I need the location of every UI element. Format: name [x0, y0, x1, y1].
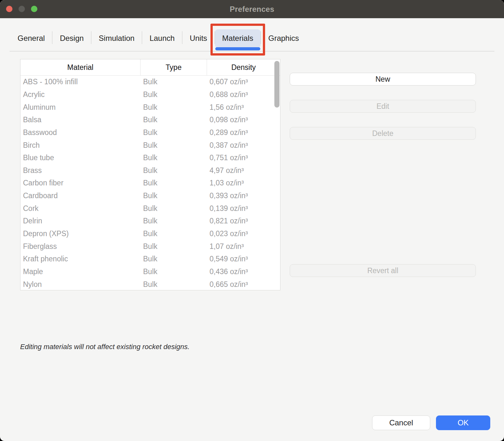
- tab-bar: GeneralDesignSimulationLaunchUnitsMateri…: [10, 29, 306, 47]
- type-cell: Bulk: [141, 229, 207, 238]
- type-cell: Bulk: [141, 267, 207, 276]
- material-cell: Balsa: [20, 116, 141, 124]
- type-cell: Bulk: [141, 255, 207, 263]
- material-cell: Blue tube: [20, 153, 141, 162]
- table-row[interactable]: Carbon fiberBulk1,03 oz/in³: [20, 177, 280, 190]
- type-cell: Bulk: [141, 128, 207, 137]
- material-cell: Basswood: [20, 128, 141, 137]
- density-cell: 0,665 oz/in³: [207, 280, 280, 289]
- type-cell: Bulk: [141, 204, 207, 213]
- column-header-type[interactable]: Type: [141, 59, 207, 75]
- table-row[interactable]: MapleBulk0,436 oz/in³: [20, 265, 280, 278]
- tab-graphics[interactable]: Graphics: [261, 29, 306, 47]
- type-cell: Bulk: [141, 78, 207, 86]
- material-cell: Maple: [20, 267, 141, 276]
- material-cell: Delrin: [20, 217, 141, 225]
- revert-all-button[interactable]: Revert all: [290, 264, 476, 277]
- table-row[interactable]: AcrylicBulk0,688 oz/in³: [20, 88, 280, 101]
- tab-bar-divider: [10, 51, 494, 51]
- material-cell: Kraft phenolic: [20, 255, 141, 263]
- selected-tab-underline: [215, 47, 260, 50]
- table-row[interactable]: BasswoodBulk0,289 oz/in³: [20, 126, 280, 139]
- density-cell: 0,098 oz/in³: [207, 116, 280, 124]
- type-cell: Bulk: [141, 191, 207, 200]
- density-cell: 0,023 oz/in³: [207, 229, 280, 238]
- density-cell: 0,387 oz/in³: [207, 141, 280, 150]
- tab-simulation[interactable]: Simulation: [91, 29, 142, 47]
- table-row[interactable]: FiberglassBulk1,07 oz/in³: [20, 240, 280, 253]
- density-cell: 1,56 oz/in³: [207, 103, 280, 112]
- delete-button[interactable]: Delete: [290, 127, 476, 140]
- table-header-row: Material Type Density: [20, 59, 280, 76]
- new-button[interactable]: New: [290, 73, 476, 86]
- density-cell: 0,549 oz/in³: [207, 255, 280, 263]
- type-cell: Bulk: [141, 103, 207, 112]
- title-bar[interactable]: Preferences: [0, 0, 504, 18]
- close-button-icon[interactable]: [6, 6, 12, 12]
- table-row[interactable]: NylonBulk0,665 oz/in³: [20, 278, 280, 290]
- table-row[interactable]: Blue tubeBulk0,751 oz/in³: [20, 152, 280, 164]
- material-cell: Nylon: [20, 280, 141, 289]
- tab-launch[interactable]: Launch: [142, 29, 182, 47]
- minimize-button-icon[interactable]: [19, 6, 25, 12]
- type-cell: Bulk: [141, 179, 207, 187]
- density-cell: 0,436 oz/in³: [207, 267, 280, 276]
- scrollbar-thumb[interactable]: [274, 61, 279, 108]
- tab-materials[interactable]: Materials: [215, 29, 261, 47]
- column-header-material[interactable]: Material: [20, 59, 141, 75]
- material-cell: Brass: [20, 166, 141, 175]
- density-cell: 0,607 oz/in³: [207, 78, 280, 86]
- column-header-density[interactable]: Density: [207, 59, 280, 75]
- density-cell: 1,07 oz/in³: [207, 242, 280, 251]
- type-cell: Bulk: [141, 242, 207, 251]
- density-cell: 0,751 oz/in³: [207, 153, 280, 162]
- table-row[interactable]: Depron (XPS)Bulk0,023 oz/in³: [20, 228, 280, 240]
- ok-button[interactable]: OK: [436, 415, 490, 430]
- tab-design[interactable]: Design: [52, 29, 91, 47]
- type-cell: Bulk: [141, 280, 207, 289]
- type-cell: Bulk: [141, 116, 207, 124]
- material-cell: Cardboard: [20, 191, 141, 200]
- table-row[interactable]: BirchBulk0,387 oz/in³: [20, 139, 280, 152]
- type-cell: Bulk: [141, 153, 207, 162]
- materials-table[interactable]: Material Type Density ABS - 100% infillB…: [20, 59, 280, 290]
- materials-note: Editing materials will not affect existi…: [20, 343, 190, 351]
- cancel-button[interactable]: Cancel: [372, 415, 430, 430]
- window-title: Preferences: [230, 5, 274, 14]
- table-row[interactable]: BalsaBulk0,098 oz/in³: [20, 114, 280, 126]
- type-cell: Bulk: [141, 217, 207, 225]
- type-cell: Bulk: [141, 90, 207, 99]
- material-cell: Fiberglass: [20, 242, 141, 251]
- density-cell: 0,688 oz/in³: [207, 90, 280, 99]
- material-cell: ABS - 100% infill: [20, 78, 141, 86]
- table-row[interactable]: BrassBulk4,97 oz/in³: [20, 164, 280, 177]
- density-cell: 0,393 oz/in³: [207, 191, 280, 200]
- annotation-highlight-rectangle: [210, 24, 265, 56]
- material-cell: Cork: [20, 204, 141, 213]
- density-cell: 0,139 oz/in³: [207, 204, 280, 213]
- table-row[interactable]: CorkBulk0,139 oz/in³: [20, 202, 280, 215]
- tab-general[interactable]: General: [10, 29, 52, 47]
- table-row[interactable]: CardboardBulk0,393 oz/in³: [20, 190, 280, 202]
- density-cell: 0,821 oz/in³: [207, 217, 280, 225]
- table-body: ABS - 100% infillBulk0,607 oz/in³Acrylic…: [20, 76, 280, 290]
- material-cell: Depron (XPS): [20, 229, 141, 238]
- density-cell: 1,03 oz/in³: [207, 179, 280, 187]
- zoom-button-icon[interactable]: [31, 6, 37, 12]
- edit-button[interactable]: Edit: [290, 100, 476, 113]
- density-cell: 4,97 oz/in³: [207, 166, 280, 175]
- table-row[interactable]: Kraft phenolicBulk0,549 oz/in³: [20, 253, 280, 265]
- table-row[interactable]: DelrinBulk0,821 oz/in³: [20, 215, 280, 228]
- material-cell: Acrylic: [20, 90, 141, 99]
- material-cell: Aluminum: [20, 103, 141, 112]
- table-row[interactable]: AluminumBulk1,56 oz/in³: [20, 101, 280, 114]
- density-cell: 0,289 oz/in³: [207, 128, 280, 137]
- tab-units[interactable]: Units: [182, 29, 215, 47]
- preferences-window: Preferences GeneralDesignSimulationLaunc…: [0, 0, 504, 441]
- material-cell: Carbon fiber: [20, 179, 141, 187]
- type-cell: Bulk: [141, 166, 207, 175]
- type-cell: Bulk: [141, 141, 207, 150]
- table-row[interactable]: ABS - 100% infillBulk0,607 oz/in³: [20, 76, 280, 88]
- material-cell: Birch: [20, 141, 141, 150]
